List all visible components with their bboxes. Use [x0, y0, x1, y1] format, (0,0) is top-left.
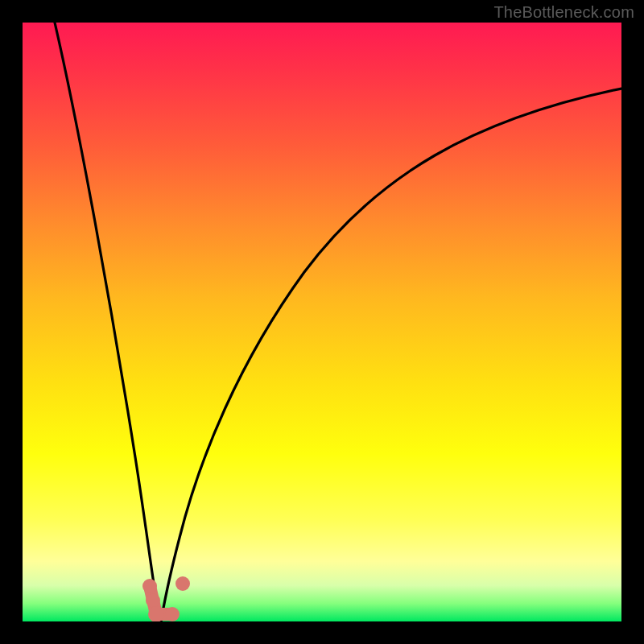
- curve-left-branch: [55, 23, 161, 621]
- curve-right-branch: [161, 89, 621, 621]
- marker-dot-upper-right: [175, 576, 190, 591]
- curve-layer: [23, 23, 621, 621]
- marker-dot: [142, 579, 157, 593]
- marker-dot: [165, 607, 180, 621]
- marker-dot: [146, 593, 160, 608]
- watermark-text: TheBottleneck.com: [493, 3, 634, 22]
- plot-area: [23, 23, 621, 621]
